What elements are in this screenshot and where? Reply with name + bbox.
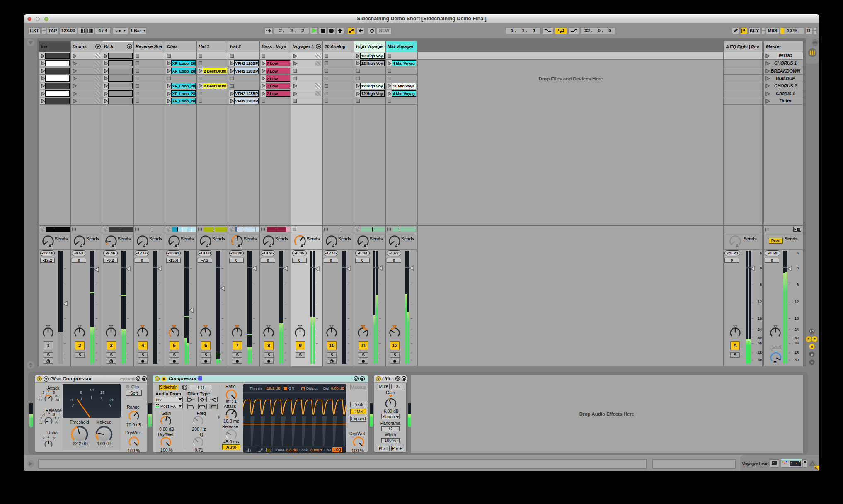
svg-text:A: A	[237, 244, 240, 248]
svg-text:A: A	[736, 244, 739, 248]
svg-text:A: A	[363, 244, 366, 248]
svg-text:A: A	[143, 244, 146, 248]
svg-text:M: M	[811, 345, 813, 348]
svg-text:15: 15	[100, 390, 105, 395]
svg-text:×: ×	[811, 361, 813, 364]
svg-text:A: A	[174, 244, 177, 248]
svg-text:10: 10	[90, 388, 94, 392]
svg-text:A: A	[332, 244, 335, 248]
svg-text:0: 0	[70, 397, 73, 402]
svg-text:A: A	[395, 244, 398, 248]
svg-text:R: R	[814, 338, 816, 341]
svg-text:A: A	[300, 244, 303, 248]
svg-text:D: D	[811, 353, 813, 356]
svg-text:A: A	[48, 244, 51, 248]
svg-text:A: A	[80, 244, 83, 248]
svg-text:I-O: I-O	[810, 330, 814, 333]
svg-text:S: S	[807, 338, 809, 341]
svg-text:5: 5	[80, 390, 82, 395]
svg-text:20: 20	[110, 397, 114, 402]
svg-text:A: A	[206, 244, 209, 248]
svg-text:A: A	[111, 244, 114, 248]
svg-text:A: A	[269, 244, 272, 248]
